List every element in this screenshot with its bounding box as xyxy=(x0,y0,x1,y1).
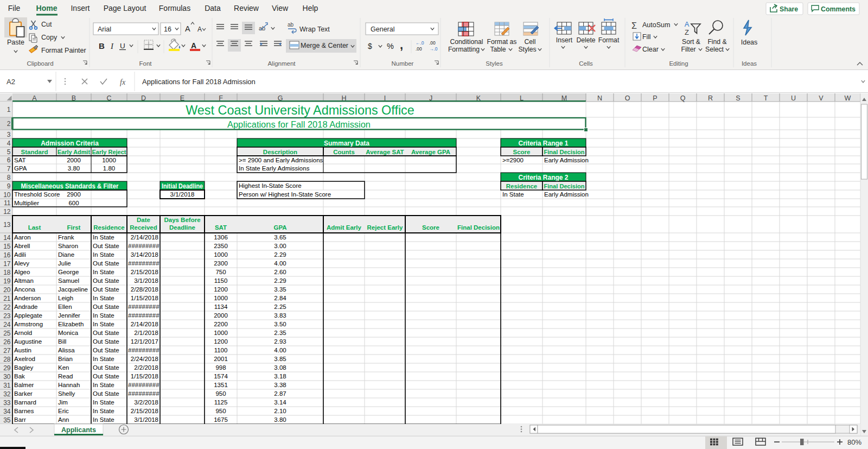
svg-text:Ancona: Ancona xyxy=(14,286,36,293)
svg-text:Samuel: Samuel xyxy=(58,277,79,284)
svg-text:Armstrong: Armstrong xyxy=(14,321,43,327)
svg-text:Ideas: Ideas xyxy=(742,60,757,67)
svg-text:Standard: Standard xyxy=(21,149,48,155)
svg-text:Received: Received xyxy=(130,224,157,231)
svg-text:18: 18 xyxy=(3,269,11,276)
svg-text:Review: Review xyxy=(234,4,259,12)
svg-text:Ideas: Ideas xyxy=(741,39,758,46)
svg-text:Select: Select xyxy=(705,46,724,53)
svg-text:Alignment: Alignment xyxy=(267,60,296,67)
svg-text:Elizabeth: Elizabeth xyxy=(58,321,84,327)
svg-text:2/14/2018: 2/14/2018 xyxy=(131,321,158,327)
svg-text:Applicants: Applicants xyxy=(61,426,96,434)
svg-text:Final Decision: Final Decision xyxy=(457,224,500,231)
svg-text:Insert: Insert xyxy=(71,4,90,12)
svg-text:Share: Share xyxy=(780,5,798,13)
svg-text:3/1/2018: 3/1/2018 xyxy=(170,191,195,198)
svg-text:Anderson: Anderson xyxy=(14,295,41,301)
svg-text:L: L xyxy=(520,94,524,102)
svg-text:A: A xyxy=(191,41,196,50)
svg-text:Deadline: Deadline xyxy=(169,224,195,231)
svg-text:In State: In State xyxy=(93,382,114,388)
svg-text:24: 24 xyxy=(3,321,11,328)
svg-text:Ann: Ann xyxy=(58,416,69,423)
svg-text:29: 29 xyxy=(3,364,11,372)
svg-text:Out State: Out State xyxy=(93,364,119,371)
svg-text:Threshold Score: Threshold Score xyxy=(14,191,60,198)
svg-text:Read: Read xyxy=(58,373,73,380)
svg-text:View: View xyxy=(272,4,289,12)
svg-text:Austin: Austin xyxy=(14,347,31,353)
svg-text:U: U xyxy=(120,42,125,50)
svg-text:E: E xyxy=(180,94,184,102)
svg-text:Find &: Find & xyxy=(707,38,726,46)
svg-text:1/15/2018: 1/15/2018 xyxy=(131,373,158,380)
svg-text:2/15/2018: 2/15/2018 xyxy=(131,408,158,414)
svg-text:1.80: 1.80 xyxy=(103,165,115,172)
svg-text:16: 16 xyxy=(3,251,11,259)
svg-text:Criteria Range 1: Criteria Range 1 xyxy=(518,140,568,147)
svg-text:Filter: Filter xyxy=(681,46,695,53)
svg-text:Counts: Counts xyxy=(333,149,355,155)
svg-text:20: 20 xyxy=(3,286,11,294)
svg-text:1351: 1351 xyxy=(214,382,228,388)
svg-text:#########: ######### xyxy=(128,243,159,249)
svg-text:3.00: 3.00 xyxy=(274,243,286,249)
svg-text:22: 22 xyxy=(3,303,11,311)
svg-text:In State: In State xyxy=(93,234,114,241)
svg-text:GPA: GPA xyxy=(14,165,27,172)
svg-text:In State: In State xyxy=(93,295,114,301)
svg-text:Out State: Out State xyxy=(93,243,119,249)
svg-text:R: R xyxy=(708,94,713,102)
svg-text:Paste: Paste xyxy=(7,39,24,46)
svg-text:17: 17 xyxy=(3,260,11,268)
svg-text:%: % xyxy=(387,42,394,50)
svg-text:→.0: →.0 xyxy=(429,46,438,52)
svg-text:Jennifer: Jennifer xyxy=(58,312,80,319)
svg-text:34: 34 xyxy=(3,408,11,415)
svg-text:1000: 1000 xyxy=(214,251,228,258)
svg-text:Out State: Out State xyxy=(93,373,119,380)
svg-text:Early Admission: Early Admission xyxy=(544,157,589,163)
svg-text:1574: 1574 xyxy=(214,373,228,380)
svg-text:Comments: Comments xyxy=(821,5,856,13)
svg-text:998: 998 xyxy=(215,364,226,371)
svg-text:2.93: 2.93 xyxy=(274,338,286,345)
svg-text:Wrap Text: Wrap Text xyxy=(299,26,330,33)
svg-text:George: George xyxy=(58,269,79,275)
svg-text:Formatting: Formatting xyxy=(448,46,480,53)
svg-text:Styles: Styles xyxy=(518,46,536,53)
svg-text:Admission Criteria: Admission Criteria xyxy=(41,140,99,147)
svg-text:80%: 80% xyxy=(847,438,861,446)
svg-text:Table: Table xyxy=(490,46,506,53)
svg-text:Barnard: Barnard xyxy=(14,399,36,406)
svg-text:2/14/2018: 2/14/2018 xyxy=(131,234,158,241)
svg-text:Early Admit: Early Admit xyxy=(58,149,90,155)
svg-text:2.60: 2.60 xyxy=(274,269,286,275)
svg-text:Bak: Bak xyxy=(14,373,25,380)
svg-text:Out State: Out State xyxy=(93,277,119,284)
svg-text:Help: Help xyxy=(303,4,318,12)
svg-text:35: 35 xyxy=(3,416,11,424)
svg-text:1/15/2018: 1/15/2018 xyxy=(131,295,158,301)
svg-text:←.0: ←.0 xyxy=(416,40,424,46)
svg-text:3/2/2018: 3/2/2018 xyxy=(134,399,158,406)
svg-text:3.65: 3.65 xyxy=(274,234,286,241)
svg-text:28: 28 xyxy=(3,356,11,363)
svg-text:Last: Last xyxy=(28,224,41,231)
svg-text:Reject Early: Reject Early xyxy=(367,224,403,231)
svg-text:Eric: Eric xyxy=(58,408,69,414)
svg-text:3: 3 xyxy=(7,131,11,138)
svg-text:In State: In State xyxy=(93,416,114,423)
svg-text:Format Painter: Format Painter xyxy=(41,47,86,54)
svg-text:M: M xyxy=(561,94,567,102)
svg-text:Out State: Out State xyxy=(93,260,119,267)
svg-text:3.50: 3.50 xyxy=(274,321,286,327)
svg-text:Conditional: Conditional xyxy=(450,38,483,46)
svg-text:3/1/2018: 3/1/2018 xyxy=(134,416,158,423)
svg-text:Cell: Cell xyxy=(525,38,536,46)
svg-text:1000: 1000 xyxy=(214,295,228,301)
svg-text:D: D xyxy=(141,94,146,102)
svg-text:5: 5 xyxy=(7,148,11,156)
svg-text:12: 12 xyxy=(3,208,11,216)
